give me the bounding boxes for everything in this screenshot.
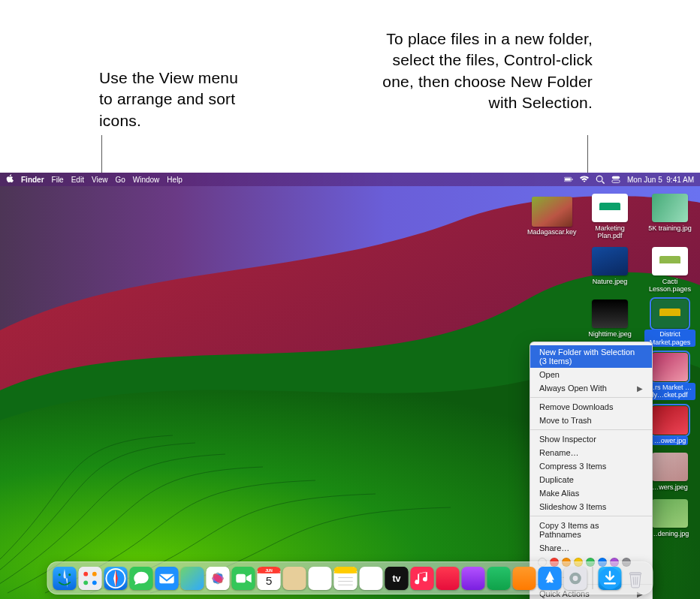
menu-bar: Finder File Edit View Go Window Help Mon… [0, 173, 700, 186]
file-thumbnail [592, 247, 628, 275]
dock-app-tv[interactable]: tv [385, 567, 409, 590]
svg-point-10 [68, 573, 71, 576]
dock-app-notes[interactable] [334, 567, 358, 590]
date-text: Mon Jun 5 [627, 176, 662, 184]
menu-help[interactable]: Help [167, 176, 183, 184]
dock-app-maps[interactable] [181, 567, 204, 590]
dock-app-calendar[interactable]: JUN5 [258, 567, 281, 590]
dock-app-launchpad[interactable] [79, 567, 102, 590]
context-menu-item-label: Show Inspector [539, 435, 596, 444]
dock-app-podcasts[interactable] [462, 567, 485, 590]
battery-icon[interactable] [564, 175, 573, 184]
desktop: Finder File Edit View Go Window Help Mon… [0, 173, 700, 599]
svg-text:tv: tv [392, 573, 400, 584]
time-text: 9:41 AM [666, 176, 694, 184]
file-label: …ower.jpg [652, 436, 689, 445]
spotlight-icon[interactable] [596, 175, 605, 184]
file-thumbnail [532, 197, 572, 227]
menu-edit[interactable]: Edit [71, 176, 84, 184]
file-label: Nature.jpeg [590, 277, 630, 286]
context-menu-item-label: Remove Downloads [539, 402, 613, 411]
dock-app-facetime[interactable] [232, 567, 255, 590]
context-menu-item-label: Move to Trash [539, 416, 592, 425]
context-menu-item[interactable]: Duplicate [530, 473, 652, 486]
svg-rect-63 [629, 572, 641, 574]
dock-app-numbers[interactable] [487, 567, 511, 590]
context-menu-item[interactable]: Compress 3 Items [530, 459, 652, 473]
menu-file[interactable]: File [52, 176, 64, 184]
svg-point-4 [596, 176, 602, 182]
context-menu-item[interactable]: Slideshow 3 Items [530, 500, 652, 513]
context-menu-item[interactable]: New Folder with Selection (3 Items) [530, 345, 652, 368]
svg-point-12 [83, 571, 88, 576]
desktop-file-madagascar[interactable]: Madagascar.key [527, 197, 577, 236]
svg-rect-53 [411, 567, 434, 590]
context-menu-item-label: Share… [539, 543, 569, 552]
dock-app-photos[interactable] [207, 567, 230, 590]
menubar-date[interactable]: Mon Jun 5 9:41 AM [627, 176, 694, 184]
callout-left-line [101, 135, 102, 174]
file-label: …wers.jpeg [650, 483, 690, 492]
dock: JUN5tv [47, 561, 653, 594]
dock-app-trash[interactable] [624, 567, 647, 590]
callout-left: Use the View menu to arrange and sort ic… [99, 68, 249, 131]
dock-app-freeform[interactable] [360, 567, 383, 590]
desktop-file[interactable]: Nighttime.jpeg [584, 300, 635, 347]
svg-rect-6 [612, 176, 620, 179]
context-menu-item[interactable]: Make Alias [530, 486, 652, 500]
dock-app-contacts[interactable] [283, 567, 306, 590]
menu-view[interactable]: View [92, 176, 108, 184]
apple-logo-icon [6, 174, 14, 183]
context-menu-item[interactable]: Move to Trash [530, 414, 652, 427]
control-center-icon[interactable] [611, 175, 620, 184]
menu-window[interactable]: Window [133, 176, 160, 184]
context-menu-item[interactable]: Remove Downloads [530, 400, 652, 414]
file-label: Marketing Plan.pdf [584, 224, 635, 241]
context-menu-item[interactable]: Copy 3 Items as Pathnames [530, 519, 652, 541]
dock-app-appstore[interactable] [539, 567, 562, 590]
file-thumbnail [652, 406, 688, 435]
svg-line-64 [633, 576, 634, 585]
desktop-file[interactable]: District Market.pages [644, 300, 695, 347]
context-menu-item-label: Always Open With [539, 384, 607, 393]
dock-app-news[interactable] [436, 567, 460, 590]
menu-app-name[interactable]: Finder [21, 176, 44, 184]
dock-app-finder[interactable] [53, 567, 77, 590]
wifi-icon[interactable] [580, 175, 589, 184]
file-thumbnail [592, 194, 628, 222]
svg-rect-43 [309, 567, 332, 590]
desktop-file[interactable]: Cacti Lesson.pages [644, 247, 695, 294]
context-menu: New Folder with Selection (3 Items)OpenA… [530, 342, 653, 599]
dock-app-reminders[interactable] [309, 567, 332, 590]
file-thumbnail [652, 247, 688, 275]
dock-app-pages[interactable] [513, 567, 536, 590]
svg-rect-55 [462, 567, 485, 590]
file-label: Cacti Lesson.pages [644, 277, 695, 294]
dock-app-music[interactable] [411, 567, 434, 590]
apple-menu[interactable] [6, 174, 14, 185]
context-menu-item[interactable]: Share… [530, 541, 652, 555]
dock-app-mail[interactable] [155, 567, 179, 590]
context-menu-item-label: Compress 3 Items [539, 462, 606, 471]
desktop-file[interactable]: Nature.jpeg [584, 247, 635, 294]
dock-app-settings[interactable] [564, 567, 587, 590]
svg-point-13 [92, 571, 97, 576]
svg-rect-22 [159, 573, 173, 583]
context-menu-item[interactable]: Show Inspector [530, 432, 652, 446]
dock-app-downloads[interactable] [599, 567, 622, 590]
context-menu-item[interactable]: Always Open With▶ [530, 381, 652, 395]
desktop-file[interactable]: 5K training.jpg [644, 194, 695, 241]
file-label: …dening.jpg [649, 529, 692, 538]
dock-app-messages[interactable] [130, 567, 153, 590]
svg-point-61 [573, 576, 578, 581]
menu-go[interactable]: Go [115, 176, 125, 184]
svg-rect-54 [436, 567, 460, 590]
svg-rect-7 [612, 180, 620, 182]
callout-right: To place files in a new folder, select t… [360, 29, 593, 113]
context-menu-item[interactable]: Rename… [530, 446, 652, 459]
desktop-file[interactable]: Marketing Plan.pdf [584, 194, 635, 241]
svg-line-5 [602, 182, 605, 184]
context-menu-item-label: Copy 3 Items as Pathnames [539, 521, 643, 539]
dock-app-safari[interactable] [104, 567, 128, 590]
context-menu-item[interactable]: Open [530, 368, 652, 381]
